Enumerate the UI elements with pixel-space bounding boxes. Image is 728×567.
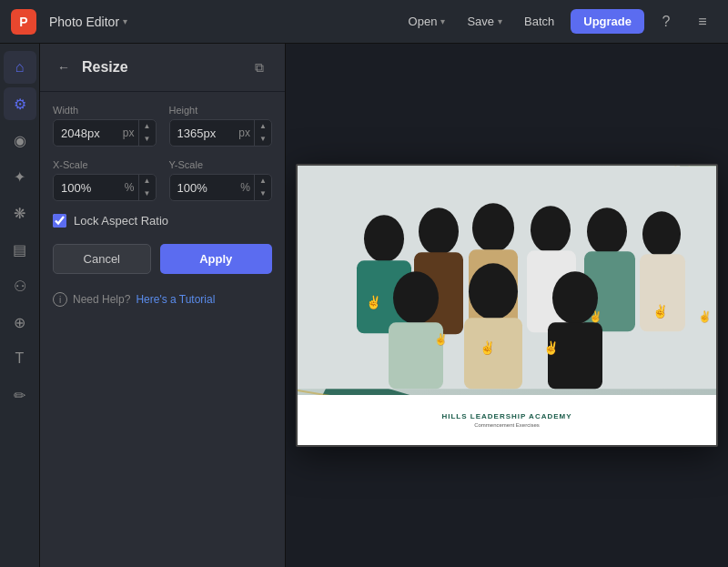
- dimensions-row: Width px ▲ ▼ Height px: [53, 105, 272, 147]
- photo-bottom: HILLS LEADERSHIP ACADEMY Commencement Ex…: [298, 395, 716, 445]
- yscale-unit: %: [237, 181, 254, 194]
- svg-point-21: [469, 263, 518, 319]
- width-spinner: ▲ ▼: [138, 120, 156, 146]
- svg-point-11: [472, 203, 514, 252]
- help-row: i Need Help? Here's a Tutorial: [53, 292, 272, 307]
- canvas-area[interactable]: ✌ ✌ ✌ ✌ ✌ ✌ ✌ HILLS LEADERSHIP ACADEMY C…: [286, 44, 728, 567]
- svg-rect-18: [640, 254, 685, 331]
- svg-point-19: [393, 271, 439, 324]
- photo-bottom-sub: Commencement Exercises: [474, 422, 540, 428]
- panel-title: Resize: [82, 59, 239, 76]
- topbar: P Photo Editor ▾ Open ▾ Save ▾ Batch Upg…: [0, 0, 728, 44]
- height-increment[interactable]: ▲: [255, 120, 271, 133]
- panel-header: ← Resize ⧉: [40, 44, 285, 92]
- height-spinner: ▲ ▼: [254, 120, 271, 146]
- xscale-decrement[interactable]: ▼: [139, 187, 156, 200]
- svg-point-15: [587, 208, 627, 255]
- width-unit: px: [119, 127, 138, 139]
- sidebar-item-magic[interactable]: ✦: [4, 160, 36, 193]
- upgrade-button[interactable]: Upgrade: [571, 9, 644, 34]
- info-icon: i: [53, 292, 67, 307]
- svg-text:✌: ✌: [589, 309, 602, 323]
- photo-bottom-title: HILLS LEADERSHIP ACADEMY: [441, 412, 571, 420]
- xscale-input[interactable]: [54, 176, 121, 200]
- topbar-right-actions: Upgrade ? ≡: [571, 7, 717, 36]
- back-button[interactable]: ←: [53, 56, 75, 78]
- sidebar-item-eye[interactable]: ◉: [4, 124, 36, 157]
- yscale-field-group: Y-Scale % ▲ ▼: [169, 159, 273, 201]
- sidebar-item-home[interactable]: ⌂: [4, 51, 36, 84]
- svg-point-9: [419, 208, 459, 255]
- yscale-increment[interactable]: ▲: [255, 175, 271, 187]
- back-icon: ←: [57, 60, 70, 75]
- sidebar-item-adjustments[interactable]: ⚙: [4, 87, 36, 120]
- lock-aspect-row: Lock Aspect Ratio: [53, 214, 272, 228]
- menu-icon: ≡: [698, 14, 706, 30]
- help-button[interactable]: ?: [652, 7, 681, 36]
- app-title-chevron: ▾: [123, 16, 127, 26]
- open-button[interactable]: Open ▾: [399, 10, 455, 33]
- open-chevron: ▾: [440, 16, 445, 26]
- svg-text:✌: ✌: [366, 295, 382, 310]
- help-text: Need Help?: [73, 293, 130, 306]
- batch-button[interactable]: Batch: [515, 10, 563, 33]
- duplicate-button[interactable]: ⧉: [247, 55, 272, 80]
- svg-text:✌: ✌: [543, 340, 560, 356]
- cancel-button[interactable]: Cancel: [53, 244, 151, 274]
- yscale-input[interactable]: [170, 176, 238, 200]
- yscale-decrement[interactable]: ▼: [255, 187, 271, 200]
- panel-body: Width px ▲ ▼ Height px: [40, 92, 285, 319]
- svg-text:✌: ✌: [480, 340, 496, 356]
- save-button[interactable]: Save ▾: [458, 10, 511, 33]
- photo-placeholder: ✌ ✌ ✌ ✌ ✌ ✌ ✌ HILLS LEADERSHIP ACADEMY C…: [298, 166, 716, 445]
- sidebar-item-clone[interactable]: ⊕: [4, 306, 36, 339]
- xscale-input-wrap: % ▲ ▼: [53, 174, 157, 201]
- menu-button[interactable]: ≡: [688, 7, 717, 36]
- sidebar-item-layers[interactable]: ▤: [4, 233, 36, 266]
- tutorial-link[interactable]: Here's a Tutorial: [136, 293, 215, 306]
- yscale-label: Y-Scale: [169, 159, 273, 170]
- width-field-group: Width px ▲ ▼: [53, 105, 157, 147]
- sidebar-item-text[interactable]: T: [4, 342, 36, 375]
- width-label: Width: [53, 105, 157, 116]
- xscale-field-group: X-Scale % ▲ ▼: [53, 159, 157, 201]
- apply-button[interactable]: Apply: [160, 244, 272, 274]
- svg-text:✌: ✌: [434, 332, 448, 346]
- width-decrement[interactable]: ▼: [139, 133, 156, 146]
- width-input[interactable]: [54, 121, 119, 146]
- people-silhouettes: ✌ ✌ ✌ ✌ ✌ ✌ ✌: [298, 166, 716, 390]
- topbar-center-actions: Open ▾ Save ▾ Batch: [399, 10, 564, 33]
- height-input-wrap: px ▲ ▼: [169, 119, 273, 147]
- svg-rect-24: [548, 322, 602, 389]
- xscale-increment[interactable]: ▲: [139, 175, 156, 187]
- icon-sidebar: ⌂ ⚙ ◉ ✦ ❋ ▤ ⚇ ⊕ T ✏: [0, 44, 40, 567]
- lock-aspect-label: Lock Aspect Ratio: [74, 214, 168, 228]
- height-decrement[interactable]: ▼: [255, 133, 271, 146]
- main-area: ⌂ ⚙ ◉ ✦ ❋ ▤ ⚇ ⊕ T ✏ ← Resize ⧉ Width: [0, 44, 728, 567]
- photo-frame: ✌ ✌ ✌ ✌ ✌ ✌ ✌ HILLS LEADERSHIP ACADEMY C…: [296, 164, 718, 447]
- duplicate-icon: ⧉: [255, 60, 264, 76]
- height-field-group: Height px ▲ ▼: [169, 105, 273, 147]
- svg-rect-20: [389, 322, 443, 389]
- sidebar-item-people[interactable]: ⚇: [4, 269, 36, 302]
- app-title-label: Photo Editor: [49, 15, 119, 29]
- brand-logo: P: [11, 9, 36, 35]
- action-buttons-row: Cancel Apply: [53, 244, 272, 274]
- svg-point-13: [531, 206, 571, 253]
- width-increment[interactable]: ▲: [139, 120, 156, 133]
- svg-text:✌: ✌: [652, 304, 669, 319]
- sidebar-item-effects[interactable]: ❋: [4, 197, 36, 229]
- svg-point-17: [642, 211, 681, 257]
- help-icon: ?: [662, 14, 671, 30]
- app-title-button[interactable]: Photo Editor ▾: [44, 11, 133, 33]
- height-input[interactable]: [170, 121, 236, 146]
- xscale-unit: %: [121, 181, 138, 194]
- width-input-wrap: px ▲ ▼: [53, 119, 157, 147]
- lock-aspect-checkbox[interactable]: [53, 214, 66, 228]
- height-unit: px: [235, 127, 254, 139]
- scale-row: X-Scale % ▲ ▼ Y-Scale %: [53, 159, 272, 201]
- svg-text:✌: ✌: [698, 309, 712, 323]
- yscale-spinner: ▲ ▼: [254, 175, 271, 200]
- sidebar-item-draw[interactable]: ✏: [4, 379, 36, 411]
- height-label: Height: [169, 105, 273, 116]
